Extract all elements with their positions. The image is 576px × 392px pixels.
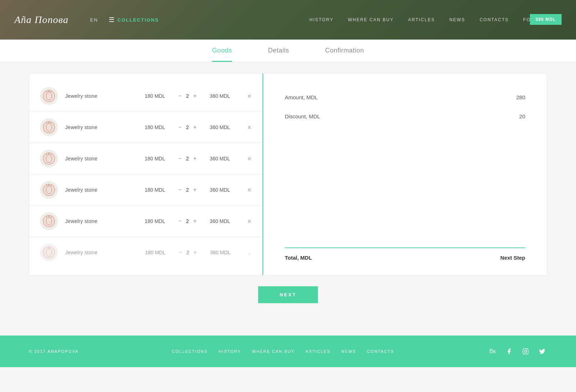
- item-name: Jewelry stone: [65, 218, 131, 224]
- qty-decrease[interactable]: −: [178, 124, 181, 130]
- summary-footer: Total, MDL Next Step: [285, 247, 525, 261]
- qty-decrease[interactable]: −: [178, 156, 181, 161]
- amount-row: Amount, MDL 280: [285, 88, 525, 107]
- item-price: 180 MDL: [139, 218, 171, 224]
- cart-container: Jewelry stone 180 MDL − 2 + 360 MDL ✕: [29, 73, 547, 275]
- remove-item-icon[interactable]: ✕: [247, 124, 252, 131]
- qty-decrease[interactable]: −: [178, 187, 181, 193]
- item-name: Jewelry stone: [65, 187, 131, 193]
- item-price: 180 MDL: [139, 250, 171, 255]
- hamburger-icon[interactable]: ☰: [109, 16, 114, 24]
- next-button[interactable]: NEXT: [258, 286, 318, 303]
- instagram-icon[interactable]: [521, 346, 531, 356]
- item-total: 360 MDL: [204, 187, 236, 193]
- item-total: 360 MDL: [204, 124, 236, 130]
- total-label: Total, MDL: [285, 255, 312, 261]
- item-name: Jewelry stone: [65, 156, 131, 161]
- nav-contacts[interactable]: CONTACTS: [480, 17, 509, 22]
- main-content: Jewelry stone 180 MDL − 2 + 360 MDL ✕: [0, 62, 576, 336]
- discount-value: 20: [519, 113, 525, 119]
- item-thumbnail: [40, 181, 58, 199]
- qty-control: − 2 +: [178, 93, 197, 99]
- item-thumbnail: [40, 118, 58, 136]
- step-details[interactable]: Details: [268, 47, 289, 62]
- qty-increase[interactable]: +: [193, 93, 197, 99]
- remove-item-icon[interactable]: ✕: [247, 155, 252, 162]
- qty-value: 2: [185, 187, 190, 193]
- item-thumbnail: [40, 243, 58, 261]
- remove-item-icon[interactable]: ✕: [247, 187, 252, 193]
- footer-link-contacts[interactable]: CONTACTS: [367, 349, 394, 354]
- qty-control: − 2 +: [178, 156, 197, 161]
- nav-history[interactable]: HISTORY: [309, 17, 333, 22]
- cart-item: Jewelry stone 180 MDL − 2 + 360 MDL ✕: [29, 112, 262, 143]
- cart-badge[interactable]: 590 MDL: [530, 14, 562, 25]
- next-step-label[interactable]: Next Step: [500, 255, 525, 261]
- step-confirmation[interactable]: Confirmation: [325, 47, 364, 62]
- amount-label: Amount, MDL: [285, 94, 318, 100]
- item-thumbnail: [40, 87, 58, 105]
- qty-increase[interactable]: +: [193, 124, 197, 130]
- item-thumbnail: [40, 212, 58, 230]
- item-name: Jewelry stone: [65, 93, 131, 99]
- qty-increase[interactable]: +: [193, 218, 197, 224]
- step-goods[interactable]: Goods: [212, 47, 232, 62]
- nav-where-can-buy[interactable]: WHERE CAN BUY: [348, 17, 393, 22]
- summary-rows: Amount, MDL 280 Discount, MDL 20: [285, 88, 525, 247]
- scroll-down-icon[interactable]: ⌄: [247, 250, 252, 255]
- qty-value: 2: [185, 124, 190, 130]
- qty-increase[interactable]: +: [193, 187, 197, 193]
- facebook-icon[interactable]: [504, 346, 514, 356]
- item-price: 180 MDL: [139, 156, 171, 161]
- nav-articles[interactable]: ARTICLES: [408, 17, 435, 22]
- qty-increase[interactable]: +: [193, 156, 197, 161]
- vk-icon[interactable]: Вк: [487, 346, 498, 356]
- svg-point-29: [525, 350, 527, 352]
- item-name: Jewelry stone: [65, 250, 132, 255]
- language-switcher[interactable]: EN: [90, 17, 98, 23]
- remove-item-icon[interactable]: ✕: [247, 93, 252, 100]
- item-total: 360 MDL: [204, 156, 236, 161]
- footer-link-news[interactable]: NEWS: [341, 349, 356, 354]
- footer-copyright: © 2017 ANAPOPOVA: [29, 349, 78, 354]
- goods-panel: Jewelry stone 180 MDL − 2 + 360 MDL ✕: [29, 73, 263, 275]
- qty-decrease[interactable]: −: [179, 250, 182, 255]
- footer-link-collections[interactable]: COLLECTIONS: [172, 349, 208, 354]
- twitter-icon[interactable]: [537, 346, 547, 356]
- qty-decrease[interactable]: −: [178, 93, 181, 99]
- logo[interactable]: Аña Попова: [14, 14, 68, 26]
- cart-item: Jewelry stone 180 MDL − 2 + 360 MDL ✕: [29, 81, 262, 112]
- summary-panel: Amount, MDL 280 Discount, MDL 20 Total, …: [263, 73, 547, 275]
- qty-control: − 2 +: [178, 124, 197, 130]
- cart-item: Jewelry stone 180 MDL − 2 + 360 MDL ✕: [29, 206, 262, 237]
- item-thumbnail: [40, 150, 58, 168]
- steps-bar: Goods Details Confirmation: [0, 40, 576, 62]
- qty-control: − 2 +: [178, 187, 197, 193]
- amount-value: 280: [516, 94, 525, 100]
- qty-control: − 2 +: [178, 218, 197, 224]
- footer-link-articles[interactable]: ARTICLES: [306, 349, 331, 354]
- qty-decrease[interactable]: −: [178, 218, 181, 224]
- cart-item: Jewelry stone 180 MDL − 2 + 360 MDL ✕: [29, 143, 262, 174]
- nav-collections[interactable]: COLLECTIONS: [117, 17, 159, 23]
- qty-control: − 2 +: [179, 250, 197, 255]
- qty-value: 2: [185, 218, 190, 224]
- footer-link-where-can-buy[interactable]: WHERE CAN BUY: [252, 349, 295, 354]
- item-price: 180 MDL: [139, 124, 171, 130]
- footer-link-history[interactable]: HISTORY: [219, 349, 241, 354]
- discount-label: Discount, MDL: [285, 113, 320, 119]
- qty-value: 2: [185, 93, 190, 99]
- discount-row: Discount, MDL 20: [285, 107, 525, 126]
- qty-increase[interactable]: +: [194, 250, 197, 255]
- next-button-wrapper: NEXT: [29, 275, 547, 318]
- header: Аña Попова EN ☰ COLLECTIONS HISTORY WHER…: [0, 0, 576, 40]
- svg-point-30: [527, 350, 527, 350]
- remove-item-icon[interactable]: ✕: [247, 218, 252, 225]
- item-price: 180 MDL: [139, 93, 171, 99]
- qty-value: 2: [186, 250, 190, 255]
- footer-socials: Вк: [487, 346, 547, 356]
- item-name: Jewelry stone: [65, 124, 131, 130]
- nav-news[interactable]: NEWS: [449, 17, 465, 22]
- item-total: 360 MDL: [204, 93, 236, 99]
- footer: © 2017 ANAPOPOVA COLLECTIONS HISTORY WHE…: [0, 336, 576, 367]
